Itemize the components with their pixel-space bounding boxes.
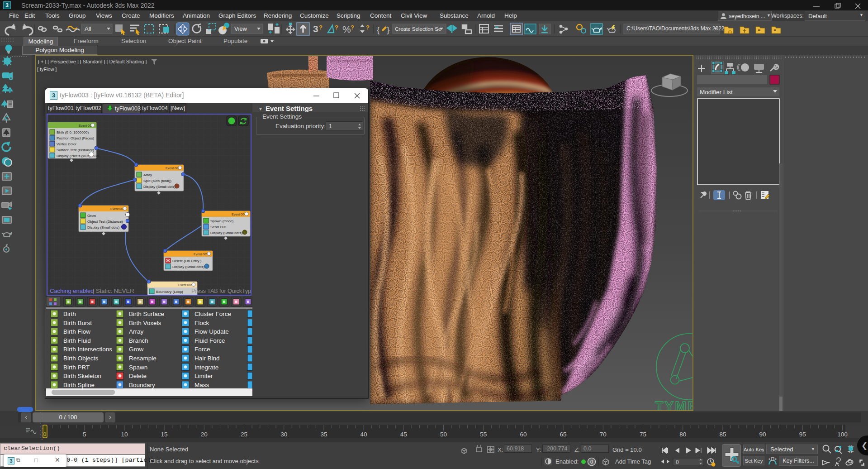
svg-text:Create Selection Se: Create Selection Se [395, 26, 441, 32]
svg-text:Event 005: Event 005 [194, 253, 208, 256]
svg-text:Modifier List: Modifier List [700, 89, 733, 96]
svg-text:Event 003: Event 003 [166, 167, 180, 170]
svg-text:Branch: Branch [129, 337, 148, 344]
svg-text:Birth: Birth [63, 311, 76, 317]
svg-text:?: ? [335, 24, 338, 31]
svg-text:Position Object (Faces): Position Object (Faces) [57, 136, 94, 140]
svg-text:Birth Objects: Birth Objects [63, 355, 99, 362]
svg-text:Flock: Flock [194, 320, 209, 326]
svg-text:Event 002: Event 002 [110, 207, 125, 211]
svg-text:50: 50 [440, 431, 447, 438]
svg-text:40: 40 [360, 431, 367, 438]
svg-text:Birth Flow: Birth Flow [63, 328, 90, 335]
svg-text:0: 0 [590, 459, 593, 464]
svg-text:Caching enabled: Caching enabled [50, 287, 94, 294]
svg-text:Cluster Force: Cluster Force [194, 311, 231, 317]
svg-text:Resample: Resample [129, 355, 157, 362]
svg-text:0: 0 [676, 459, 679, 465]
svg-text:Event 006: Event 006 [178, 283, 193, 287]
svg-text:Birth Surface: Birth Surface [129, 311, 164, 317]
svg-text:30: 30 [280, 431, 287, 438]
svg-text:Birth Burst: Birth Burst [63, 320, 92, 326]
svg-text:Birth (0-0: 1000000): Birth (0-0: 1000000) [57, 130, 89, 134]
svg-text:Integrate: Integrate [194, 364, 218, 371]
svg-text:Surface Test (Distance): Surface Test (Distance) [57, 148, 94, 152]
svg-text:Display (Small dots): Display (Small dots) [87, 225, 119, 230]
svg-text:Limiter: Limiter [194, 373, 213, 379]
svg-text:Array: Array [129, 328, 144, 335]
svg-text:Boundary (Loop): Boundary (Loop) [156, 290, 183, 294]
svg-text:[ tyFlow ]: [ tyFlow ] [37, 67, 57, 72]
svg-text:TYMES: TYMES [655, 398, 693, 410]
svg-text:Display (Pixels (x0.5) | Col..: Display (Pixels (x0.5) | Col.. [57, 154, 101, 158]
svg-text:}: } [387, 25, 389, 34]
svg-text:Birth Spline: Birth Spline [63, 382, 95, 388]
svg-text:Delete (On Entry ): Delete (On Entry ) [172, 259, 202, 263]
svg-text:[ + ] [ Perspective ] [ Standa: [ + ] [ Perspective ] [ Standard ] [ Def… [38, 59, 147, 64]
svg-text:25: 25 [241, 431, 247, 438]
svg-text:Birth Intersections: Birth Intersections [63, 346, 112, 353]
svg-text:Grow: Grow [87, 214, 96, 218]
svg-text:90: 90 [759, 431, 766, 438]
svg-text:85: 85 [719, 431, 726, 438]
svg-text:Split (50% (total)): Split (50% (total)) [143, 179, 171, 183]
svg-text:Boundary: Boundary [129, 382, 155, 388]
svg-text:45: 45 [400, 431, 407, 438]
svg-text:Force: Force [194, 346, 210, 353]
svg-text:Spawn (Once): Spawn (Once) [210, 219, 233, 223]
svg-text:View: View [234, 25, 247, 32]
svg-text:Display (Small dots): Display (Small dots) [210, 231, 242, 235]
svg-text:35: 35 [320, 431, 327, 438]
svg-text:Birth PRT: Birth PRT [63, 364, 90, 371]
svg-text:?: ? [351, 24, 354, 31]
svg-text:Send Out: Send Out [210, 225, 226, 229]
svg-text:Enabled:: Enabled: [555, 458, 579, 465]
svg-text:15: 15 [161, 431, 168, 438]
svg-text:Flow Update: Flow Update [194, 328, 229, 335]
svg-text:20: 20 [201, 431, 208, 438]
svg-text:Birth Fluid: Birth Fluid [63, 337, 91, 344]
svg-text:75: 75 [640, 431, 646, 438]
svg-text:Display (Small dots): Display (Small dots) [172, 265, 204, 269]
svg-text:Event 004: Event 004 [232, 213, 246, 216]
svg-text:55: 55 [480, 431, 487, 438]
svg-text:Spawn: Spawn [129, 364, 147, 371]
svg-text:| Static: NEVER: | Static: NEVER [93, 287, 134, 294]
svg-text:80: 80 [679, 431, 686, 438]
svg-text:Display (Small dots): Display (Small dots) [143, 185, 175, 189]
svg-text:Mass: Mass [194, 382, 209, 388]
svg-text:Hair Bind: Hair Bind [194, 355, 220, 362]
svg-text:Birth Skeleton: Birth Skeleton [63, 373, 101, 379]
svg-text:?: ? [319, 24, 323, 31]
svg-text:Vertex Color: Vertex Color [57, 142, 76, 146]
svg-text:Array: Array [143, 173, 152, 177]
svg-text:60: 60 [520, 431, 526, 438]
svg-text:100: 100 [837, 431, 848, 438]
svg-text:C:\Users\TAO\Documents\3ds Max: C:\Users\TAO\Documents\3ds Max 2022 [626, 25, 725, 32]
svg-text:95: 95 [799, 431, 806, 438]
svg-text:Delete: Delete [129, 373, 147, 379]
svg-text:65: 65 [560, 431, 567, 438]
svg-text:5: 5 [83, 431, 86, 438]
svg-text:0: 0 [43, 431, 46, 437]
svg-text:%: % [342, 24, 351, 34]
svg-text:All: All [85, 25, 91, 32]
svg-text:Press TAB for QuickType: Press TAB for QuickType [191, 288, 251, 294]
svg-text:10: 10 [121, 431, 128, 438]
svg-text:70: 70 [600, 431, 607, 438]
svg-text:Birth Voxels: Birth Voxels [129, 320, 161, 326]
svg-text:Fluid Force: Fluid Force [194, 337, 225, 344]
svg-text:?: ? [366, 24, 370, 31]
svg-text:3: 3 [313, 24, 318, 34]
svg-text:Object Test (Distance): Object Test (Distance) [87, 220, 123, 224]
svg-text:{: { [377, 25, 380, 34]
svg-text:Grow: Grow [129, 346, 144, 353]
